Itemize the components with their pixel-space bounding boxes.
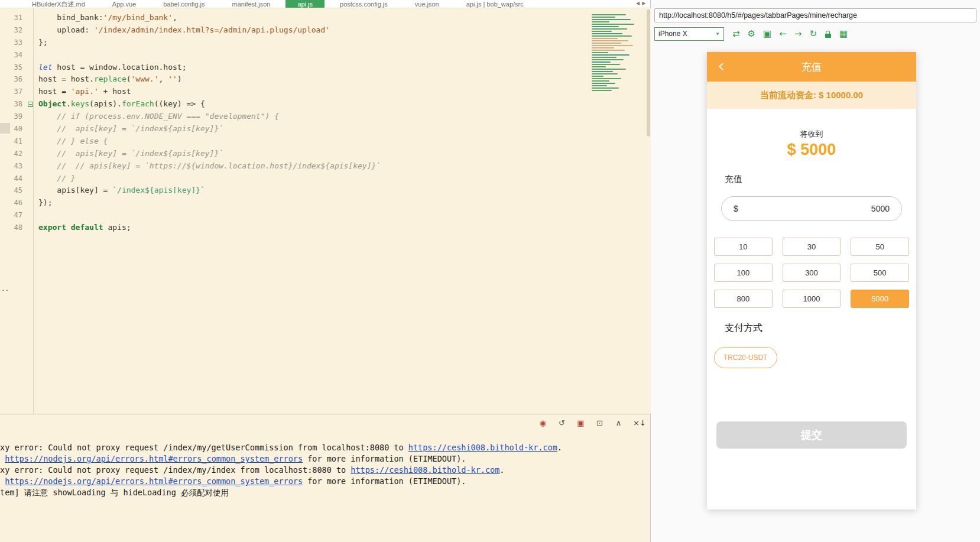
fold-spacer xyxy=(27,24,35,37)
code-lines: 31 bind_bank:'/my/bind_bank',32 upload: … xyxy=(0,8,651,234)
amount-button-50[interactable]: 50 xyxy=(851,238,909,256)
console-toolbar: ◉↺▣⊡∧×↓ xyxy=(538,418,642,427)
fold-spacer xyxy=(27,49,35,61)
tab-scroll-right-icon[interactable]: ▶ xyxy=(642,1,648,6)
line-number: 44 xyxy=(0,173,27,185)
tab-app.vue[interactable]: App.vue xyxy=(100,0,148,8)
console-link[interactable]: https://ceshi008.bithold-kr.com xyxy=(408,443,557,452)
code-area[interactable]: 31 bind_bank:'/my/bind_bank',32 upload: … xyxy=(0,8,651,414)
back-arrow-icon[interactable]: ← xyxy=(779,30,787,38)
amount-button-300[interactable]: 300 xyxy=(783,264,841,282)
refresh-icon[interactable]: ↻ xyxy=(809,30,817,38)
fold-minus-icon[interactable] xyxy=(28,102,33,107)
amount-button-100[interactable]: 100 xyxy=(714,264,773,282)
minimap-bar xyxy=(592,35,632,37)
url-input[interactable] xyxy=(654,8,976,22)
line-number: 41 xyxy=(0,135,27,148)
minimap-bar xyxy=(592,83,615,84)
screenshot-icon[interactable]: ▣ xyxy=(763,30,771,38)
console-panel: ◉↺▣⊡∧×↓ xy error: Could not proxy reques… xyxy=(0,414,650,542)
browser-toolbar-icons: ⇄⚙▣←→↻▦ xyxy=(732,29,848,38)
error-filter-icon[interactable]: ◉ xyxy=(538,418,547,427)
settings-gear-icon[interactable]: ⚙ xyxy=(748,30,755,38)
minimap-bar xyxy=(592,73,618,74)
tab-api.js[interactable]: api.js xyxy=(285,0,324,8)
back-chevron-icon[interactable] xyxy=(719,63,726,70)
minimap-bar xyxy=(592,43,621,44)
fold-spacer xyxy=(27,86,35,98)
minimap[interactable] xyxy=(589,14,643,92)
minimap-bar xyxy=(592,69,626,70)
hbuilderx-window: HBuilderX自述.mdApp.vuebabel.config.jsmani… xyxy=(0,0,980,542)
line-number: 35 xyxy=(0,61,27,74)
minimap-bar xyxy=(592,14,626,15)
amount-input[interactable]: $ 5000 xyxy=(721,196,902,221)
code-text: apis[key] = `/index${apis[key]}` xyxy=(35,184,205,197)
collapse-panel-icon[interactable]: ∧ xyxy=(614,418,623,427)
lock-icon[interactable] xyxy=(825,29,832,38)
console-link[interactable]: https://nodejs.org/api/errors.html#error… xyxy=(5,476,303,486)
forward-arrow-icon[interactable]: → xyxy=(794,30,802,38)
clear-console-icon[interactable]: ×↓ xyxy=(633,418,642,427)
amount-button-1000[interactable]: 1000 xyxy=(783,290,841,308)
submit-button[interactable]: 提交 xyxy=(716,421,907,449)
minimap-bar xyxy=(592,90,612,91)
minimap-bar xyxy=(592,54,629,56)
lock-shape xyxy=(825,34,831,38)
tab-manifest.json[interactable]: manifest.json xyxy=(220,0,283,8)
receive-amount: $ 5000 xyxy=(707,141,916,160)
minimap-bar xyxy=(592,71,613,72)
tab-vue.json[interactable]: vue.json xyxy=(403,0,451,8)
line-number: 43 xyxy=(0,160,27,173)
editor-scrollbar[interactable] xyxy=(647,9,650,137)
code-line: 48export default apis; xyxy=(0,222,651,234)
console-output: xy error: Could not proxy request /index… xyxy=(0,442,645,498)
code-text: host = 'api.' + host xyxy=(35,86,131,98)
amount-button-5000[interactable]: 5000 xyxy=(851,290,909,308)
browser-preview-panel: iPhone X ▼ ⇄⚙▣←→↻▦ 充值 当前流动资金: $ 10000.00… xyxy=(651,0,980,542)
grid-icon[interactable]: ▦ xyxy=(839,30,848,38)
line-number: 39 xyxy=(0,111,27,123)
chevron-down-icon: ▼ xyxy=(715,31,720,37)
stop-icon[interactable]: ▣ xyxy=(576,418,585,427)
console-link[interactable]: https://ceshi008.bithold-kr.com xyxy=(351,465,499,475)
tab-hbuilderx-.md[interactable]: HBuilderX自述.md xyxy=(20,0,97,8)
tab-scroll-arrows: ◀▶ xyxy=(636,1,648,6)
save-image-icon[interactable]: ⊡ xyxy=(595,418,604,427)
history-icon[interactable]: ↺ xyxy=(557,418,566,427)
device-select[interactable]: iPhone X ▼ xyxy=(654,27,724,41)
tab-scroll-left-icon[interactable]: ◀ xyxy=(636,1,642,6)
minimap-bar xyxy=(592,50,625,51)
gutter-ellipsis: .. xyxy=(1,285,9,293)
amount-button-500[interactable]: 500 xyxy=(851,264,909,282)
gutter-marker xyxy=(0,123,10,134)
minimap-bar xyxy=(592,78,621,79)
fold-spacer xyxy=(27,37,35,49)
fold-spacer xyxy=(27,209,35,222)
minimap-bar xyxy=(592,47,614,48)
payment-method-trc20-usdt[interactable]: TRC20-USDT xyxy=(714,347,777,368)
amount-button-10[interactable]: 10 xyxy=(714,238,773,256)
minimap-bar xyxy=(592,61,611,63)
device-rotate-icon[interactable]: ⇄ xyxy=(732,30,740,38)
code-line: 35let host = window.location.host; xyxy=(0,61,651,74)
amount-grid: 10305010030050080010005000 xyxy=(714,238,909,308)
code-line: 44 // } xyxy=(0,173,651,185)
tab-postcss.config.js[interactable]: postcss.config.js xyxy=(328,0,400,8)
line-number: 31 xyxy=(0,12,27,24)
receive-label: 将收到 xyxy=(707,129,916,138)
code-text: export default apis; xyxy=(35,222,131,234)
fold-spacer xyxy=(27,73,35,86)
code-line: 31 bind_bank:'/my/bind_bank', xyxy=(0,12,651,24)
recharge-section-label: 充值 xyxy=(725,174,916,184)
amount-button-30[interactable]: 30 xyxy=(783,238,841,256)
code-line: 34 xyxy=(0,49,651,61)
tab-api.js-bob-wap-src[interactable]: api.js | bob_wap/src xyxy=(455,0,536,8)
fold-icon[interactable] xyxy=(27,98,35,111)
console-link[interactable]: https://nodejs.org/api/errors.html#error… xyxy=(5,454,303,463)
code-line: 46}); xyxy=(0,197,651,209)
tab-babel.config.js[interactable]: babel.config.js xyxy=(151,0,216,8)
amount-button-800[interactable]: 800 xyxy=(714,290,773,308)
line-number: 32 xyxy=(0,24,27,37)
line-number: 46 xyxy=(0,197,27,209)
